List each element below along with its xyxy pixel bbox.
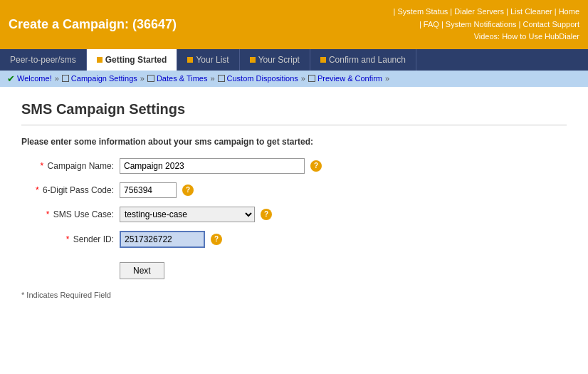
tab-peer-to-peer-label: Peer-to-peer/sms [10,55,76,65]
system-notifications-link[interactable]: System Notifications [446,20,517,28]
system-status-link[interactable]: System Status [397,7,448,16]
tab-your-script-label: Your Script [258,55,300,65]
tab-confirm-launch-dot [320,57,326,63]
sms-use-case-label: * SMS Use Case: [21,209,114,219]
tab-peer-to-peer[interactable]: Peer-to-peer/sms [0,49,87,71]
sms-use-case-help-icon[interactable]: ? [261,209,272,220]
campaign-settings-box-icon [62,75,69,82]
sender-id-label: * Sender ID: [21,234,114,244]
tab-getting-started-label: Getting Started [105,55,167,65]
header: Create a Campaign: (36647) | System Stat… [0,0,588,49]
breadcrumb-welcome-link[interactable]: Welcome! [17,74,52,83]
tab-confirm-launch-label: Confirm and Launch [329,55,406,65]
breadcrumb-welcome[interactable]: ✔ Welcome! [7,73,52,84]
breadcrumb-dates-times-link[interactable]: Dates & Times [157,74,208,83]
tab-your-list[interactable]: Your List [177,49,239,71]
campaign-name-help-icon[interactable]: ? [310,160,322,172]
passcode-help-icon[interactable]: ? [182,185,194,196]
title-divider [21,125,567,125]
passcode-row: * 6-Digit Pass Code: ? [21,182,567,198]
dates-times-box-icon [147,75,154,82]
sender-id-row: * Sender ID: ? [21,231,567,248]
breadcrumb-custom-dispositions[interactable]: Custom Dispositions [218,74,298,83]
home-link[interactable]: Home [559,7,579,16]
breadcrumb-campaign-settings[interactable]: Campaign Settings [62,74,137,83]
passcode-label: * 6-Digit Pass Code: [21,185,114,195]
breadcrumb-preview-confirm-link[interactable]: Preview & Confirm [317,74,382,83]
required-star: * [46,209,50,219]
required-star: * [36,185,39,195]
breadcrumb-campaign-settings-link[interactable]: Campaign Settings [71,74,137,83]
sender-id-input[interactable] [120,231,205,248]
required-note: * Indicates Required Field [21,291,567,299]
next-button[interactable]: Next [120,262,164,279]
intro-text: Please enter some information about your… [21,137,567,147]
required-star: * [66,234,70,244]
campaign-name-label: * Campaign Name: [21,161,114,171]
sender-id-help-icon[interactable]: ? [211,234,222,245]
campaign-name-input[interactable] [120,158,305,174]
sms-use-case-row: * SMS Use Case: testing-use-case ? [21,207,567,222]
faq-link[interactable]: FAQ [424,20,439,28]
welcome-check-icon: ✔ [7,73,15,84]
videos-link[interactable]: Videos: How to Use HubDialer [474,32,579,41]
tab-your-script-dot [250,57,256,63]
tab-getting-started[interactable]: Getting Started [87,49,178,71]
preview-confirm-box-icon [308,75,315,82]
dialer-servers-link[interactable]: Dialer Servers [454,7,504,16]
tab-your-script[interactable]: Your Script [240,49,310,71]
page-title: Create a Campaign: (36647) [9,17,177,32]
tab-your-list-dot [187,57,193,63]
contact-support-link[interactable]: Contact Support [523,20,580,28]
list-cleaner-link[interactable]: List Cleaner [510,7,552,16]
passcode-input[interactable] [120,182,177,198]
tab-confirm-launch[interactable]: Confirm and Launch [310,49,416,71]
campaign-name-row: * Campaign Name: ? [21,158,567,174]
breadcrumb-custom-dispositions-link[interactable]: Custom Dispositions [227,74,298,83]
next-button-container: Next [120,256,567,279]
breadcrumb: ✔ Welcome! » Campaign Settings » Dates &… [0,71,588,87]
section-title: SMS Campaign Settings [21,101,567,118]
sms-use-case-select[interactable]: testing-use-case [120,207,255,222]
breadcrumb-preview-confirm[interactable]: Preview & Confirm [308,74,382,83]
nav-tabs: Peer-to-peer/sms Getting Started Your Li… [0,49,588,71]
custom-dispositions-box-icon [218,75,225,82]
tab-your-list-label: Your List [196,55,229,65]
main-content: SMS Campaign Settings Please enter some … [0,87,588,313]
required-star: * [41,161,44,171]
header-links: | System Status | Dialer Servers | List … [393,6,579,43]
breadcrumb-dates-times[interactable]: Dates & Times [147,74,208,83]
tab-getting-started-dot [97,57,103,63]
